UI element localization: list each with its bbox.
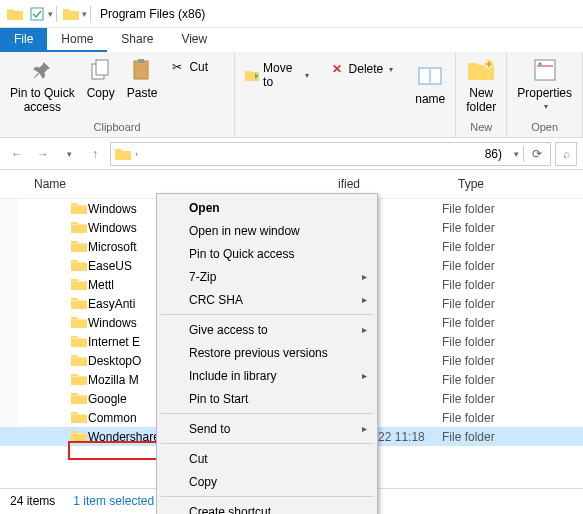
folder-icon bbox=[70, 220, 88, 236]
rename-button[interactable]: name bbox=[411, 60, 449, 108]
folder-icon bbox=[70, 410, 88, 426]
column-name[interactable]: Name bbox=[0, 174, 330, 194]
tab-home[interactable]: Home bbox=[47, 28, 107, 52]
pin-label: Pin to Quick access bbox=[10, 86, 75, 115]
chevron-right-icon: ▸ bbox=[362, 324, 367, 335]
status-selected: 1 item selected bbox=[73, 494, 154, 508]
folder-icon bbox=[70, 296, 88, 312]
chevron-right-icon: ▸ bbox=[362, 294, 367, 305]
refresh-icon[interactable]: ⟳ bbox=[528, 147, 546, 161]
menu-item-open-in-new-window[interactable]: Open in new window bbox=[159, 219, 375, 242]
copy-icon bbox=[87, 56, 115, 84]
chevron-down-icon: ▾ bbox=[544, 102, 548, 112]
delete-button[interactable]: ✕Delete▾ bbox=[325, 60, 398, 78]
menu-label: Pin to Quick access bbox=[189, 247, 294, 261]
copy-label: Copy bbox=[87, 86, 115, 100]
context-menu: OpenOpen in new windowPin to Quick acces… bbox=[156, 193, 378, 514]
column-modified[interactable]: ified bbox=[330, 174, 450, 194]
menu-item-cut[interactable]: Cut bbox=[159, 447, 375, 470]
properties-button[interactable]: Properties ▾ bbox=[513, 54, 576, 114]
file-type: File folder bbox=[442, 316, 583, 330]
menu-item-pin-to-start[interactable]: Pin to Start bbox=[159, 387, 375, 410]
chevron-down-icon[interactable]: ▾ bbox=[514, 149, 519, 159]
paste-icon bbox=[128, 56, 156, 84]
titlebar: ▾ ▾ Program Files (x86) bbox=[0, 0, 583, 28]
menu-item-send-to[interactable]: Send to▸ bbox=[159, 417, 375, 440]
menu-item-restore-previous-versions[interactable]: Restore previous versions bbox=[159, 341, 375, 364]
status-count: 24 items bbox=[10, 494, 55, 508]
menu-label: Include in library bbox=[189, 369, 276, 383]
folder-icon bbox=[115, 146, 131, 162]
tab-file[interactable]: File bbox=[0, 28, 47, 52]
tab-share[interactable]: Share bbox=[107, 28, 167, 52]
svg-rect-2 bbox=[96, 60, 108, 75]
paste-label: Paste bbox=[127, 86, 158, 100]
move-icon bbox=[245, 67, 259, 83]
file-type: File folder bbox=[442, 354, 583, 368]
chevron-down-icon: ▾ bbox=[305, 71, 309, 80]
menu-item-include-in-library[interactable]: Include in library▸ bbox=[159, 364, 375, 387]
file-type: File folder bbox=[442, 373, 583, 387]
rename-icon bbox=[416, 62, 444, 90]
pin-quick-access-button[interactable]: Pin to Quick access bbox=[6, 54, 79, 117]
tab-view[interactable]: View bbox=[167, 28, 221, 52]
properties-label: Properties bbox=[517, 86, 572, 100]
nav-history-button[interactable]: ▾ bbox=[58, 143, 80, 165]
menu-label: Send to bbox=[189, 422, 230, 436]
file-type: File folder bbox=[442, 259, 583, 273]
file-type: File folder bbox=[442, 392, 583, 406]
svg-rect-0 bbox=[31, 8, 43, 20]
chevron-right-icon: ▸ bbox=[362, 423, 367, 434]
copy-button[interactable]: Copy bbox=[83, 54, 119, 102]
ribbon-group-organize: Move to▾ ✕Delete▾ name bbox=[235, 52, 456, 137]
address-bar: ← → ▾ ↑ › 86) ▾ ⟳ ⌕ bbox=[0, 138, 583, 170]
chevron-down-icon[interactable]: ▾ bbox=[48, 9, 53, 19]
move-to-button[interactable]: Move to▾ bbox=[241, 60, 312, 90]
chevron-right-icon[interactable]: › bbox=[135, 149, 138, 159]
menu-item-7-zip[interactable]: 7-Zip▸ bbox=[159, 265, 375, 288]
nav-up-button[interactable]: ↑ bbox=[84, 143, 106, 165]
menu-item-create-shortcut[interactable]: Create shortcut bbox=[159, 500, 375, 514]
chevron-right-icon: ▸ bbox=[362, 370, 367, 381]
chevron-down-icon[interactable]: ▾ bbox=[82, 9, 87, 19]
new-folder-icon bbox=[467, 56, 495, 84]
menu-label: Cut bbox=[189, 452, 208, 466]
search-icon: ⌕ bbox=[563, 147, 570, 161]
file-type: File folder bbox=[442, 202, 583, 216]
search-box[interactable]: ⌕ bbox=[555, 142, 577, 166]
folder-icon bbox=[70, 372, 88, 388]
ribbon-group-clipboard: Pin to Quick access Copy Paste ✂Cut Copy… bbox=[0, 52, 235, 137]
new-folder-label: New folder bbox=[466, 86, 496, 115]
pin-icon bbox=[28, 56, 56, 84]
menu-item-copy[interactable]: Copy bbox=[159, 470, 375, 493]
nav-forward-button[interactable]: → bbox=[32, 143, 54, 165]
file-type: File folder bbox=[442, 240, 583, 254]
nav-back-button[interactable]: ← bbox=[6, 143, 28, 165]
menu-label: CRC SHA bbox=[189, 293, 243, 307]
ribbon: Pin to Quick access Copy Paste ✂Cut Copy… bbox=[0, 52, 583, 138]
folder-icon bbox=[70, 353, 88, 369]
menu-label: Open in new window bbox=[189, 224, 300, 238]
file-type: File folder bbox=[442, 221, 583, 235]
chevron-right-icon: ▸ bbox=[362, 271, 367, 282]
ribbon-group-open: Properties ▾ Open bbox=[507, 52, 583, 137]
cut-button[interactable]: ✂Cut bbox=[165, 58, 228, 76]
address-box[interactable]: › 86) ▾ ⟳ bbox=[110, 142, 551, 166]
paste-button[interactable]: Paste bbox=[123, 54, 162, 102]
menu-item-give-access-to[interactable]: Give access to▸ bbox=[159, 318, 375, 341]
file-type: File folder bbox=[442, 335, 583, 349]
new-folder-button[interactable]: New folder bbox=[462, 54, 500, 117]
column-type[interactable]: Type bbox=[450, 174, 583, 194]
menu-item-crc-sha[interactable]: CRC SHA▸ bbox=[159, 288, 375, 311]
svg-rect-3 bbox=[134, 61, 148, 79]
menu-label: Restore previous versions bbox=[189, 346, 328, 360]
delete-icon: ✕ bbox=[329, 61, 345, 77]
ribbon-group-new: New folder New bbox=[456, 52, 507, 137]
menu-item-open[interactable]: Open bbox=[159, 196, 375, 219]
menu-label: Copy bbox=[189, 475, 217, 489]
menu-item-pin-to-quick-access[interactable]: Pin to Quick access bbox=[159, 242, 375, 265]
folder-icon bbox=[70, 239, 88, 255]
clipboard-group-label: Clipboard bbox=[6, 121, 228, 135]
folder-icon bbox=[70, 334, 88, 350]
save-icon[interactable] bbox=[28, 5, 46, 23]
